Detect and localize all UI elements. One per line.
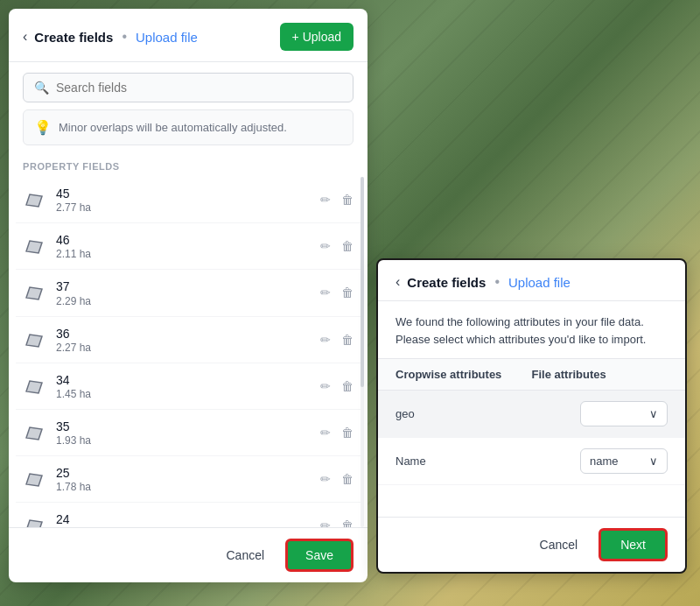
field-info: 37 2.29 ha (56, 278, 320, 307)
left-panel-subtitle: Upload file (136, 30, 198, 45)
search-container: 🔍 (9, 62, 368, 109)
field-list-item: 34 1.45 ha ✏ 🗑 (16, 363, 360, 410)
field-list-item: 37 2.29 ha ✏ 🗑 (16, 270, 360, 316)
section-label: PROPERTY FIELDS (9, 152, 368, 177)
field-name: 35 (56, 419, 320, 434)
attr-cropwise-name: Name (396, 454, 532, 468)
edit-icon[interactable]: ✏ (320, 333, 331, 347)
field-shape-icon (23, 513, 47, 527)
scrollbar-track[interactable] (360, 177, 364, 527)
delete-icon[interactable]: 🗑 (341, 426, 354, 440)
edit-icon[interactable]: ✏ (320, 239, 331, 253)
delete-icon[interactable]: 🗑 (341, 379, 354, 393)
attribute-row-name: Name name ∨ (378, 438, 685, 485)
field-size: 1.93 ha (56, 434, 320, 447)
field-list-item: 25 1.78 ha ✏ 🗑 (16, 456, 360, 503)
delete-icon[interactable]: 🗑 (341, 333, 354, 347)
field-shape-icon (23, 328, 47, 352)
next-button[interactable]: Next (598, 528, 668, 561)
delete-icon[interactable]: 🗑 (341, 193, 354, 207)
delete-icon[interactable]: 🗑 (341, 239, 354, 253)
field-actions: ✏ 🗑 (320, 333, 354, 347)
name-dropdown-value: name (590, 454, 619, 468)
field-size: 2.27 ha (56, 342, 320, 354)
notice-icon: 💡 (34, 119, 52, 136)
left-panel-header: ‹ Create fields • Upload file + Upload (9, 9, 368, 62)
field-size: 1.78 ha (56, 481, 320, 493)
upload-button[interactable]: + Upload (280, 23, 354, 51)
notice-box: 💡 Minor overlaps will be automatically a… (23, 109, 354, 145)
right-panel-header: ‹ Create fields • Upload file (378, 260, 685, 301)
field-info: 25 1.78 ha (56, 465, 320, 493)
scrollbar-thumb (360, 177, 364, 387)
svg-marker-1 (26, 241, 42, 253)
edit-icon[interactable]: ✏ (320, 426, 331, 440)
right-panel-subtitle: Upload file (508, 275, 570, 290)
left-panel-separator: • (122, 29, 127, 45)
save-button[interactable]: Save (285, 539, 354, 572)
field-info: 34 1.45 ha (56, 372, 320, 400)
field-info: 36 2.27 ha (56, 326, 320, 354)
field-list-item: 36 2.27 ha ✏ 🗑 (16, 317, 360, 363)
field-shape-icon (23, 420, 47, 445)
field-name: 34 (56, 372, 320, 388)
svg-marker-4 (26, 381, 42, 393)
cropwise-col-header: Cropwise attributes (396, 368, 532, 381)
field-actions: ✏ 🗑 (320, 239, 354, 253)
field-name: 37 (56, 278, 320, 294)
attributes-header-row: Cropwise attributes File attributes (378, 359, 685, 391)
field-name: 46 (56, 232, 320, 248)
name-dropdown[interactable]: name ∨ (580, 448, 668, 474)
left-panel-back-icon[interactable]: ‹ (23, 29, 27, 45)
edit-icon[interactable]: ✏ (320, 472, 331, 486)
name-chevron-icon: ∨ (649, 454, 658, 468)
field-actions: ✏ 🗑 (320, 518, 354, 527)
left-panel-title: Create fields (34, 30, 113, 45)
svg-marker-3 (26, 335, 42, 347)
svg-marker-2 (26, 287, 42, 299)
field-actions: ✏ 🗑 (320, 379, 354, 393)
file-col-header: File attributes (532, 368, 668, 381)
right-panel-description: We found the following attributes in you… (378, 301, 685, 359)
edit-icon[interactable]: ✏ (320, 285, 331, 299)
left-panel: ‹ Create fields • Upload file + Upload 🔍… (9, 9, 368, 582)
delete-icon[interactable]: 🗑 (341, 285, 354, 299)
field-name: 24 (56, 511, 320, 527)
geo-chevron-icon: ∨ (649, 407, 658, 420)
attr-file-name: name ∨ (532, 448, 668, 474)
right-panel-title: Create fields (407, 275, 486, 290)
field-info: 24 1.90 ha (56, 511, 320, 527)
search-box[interactable]: 🔍 (23, 73, 354, 102)
field-size: 2.77 ha (56, 201, 320, 214)
field-shape-icon (23, 280, 47, 305)
field-actions: ✏ 🗑 (320, 472, 354, 486)
attributes-table: Cropwise attributes File attributes geo … (378, 359, 685, 517)
field-size: 2.29 ha (56, 295, 320, 307)
svg-marker-6 (26, 474, 42, 486)
geo-dropdown[interactable]: ∨ (580, 401, 668, 426)
left-panel-title-group: ‹ Create fields • Upload file (23, 29, 198, 45)
edit-icon[interactable]: ✏ (320, 379, 331, 393)
field-shape-icon (23, 234, 47, 258)
notice-text: Minor overlaps will be automatically adj… (59, 121, 287, 134)
right-panel: ‹ Create fields • Upload file We found t… (376, 258, 687, 574)
field-name: 25 (56, 465, 320, 481)
left-cancel-button[interactable]: Cancel (215, 541, 275, 569)
svg-marker-7 (26, 520, 42, 527)
right-panel-back-icon[interactable]: ‹ (396, 274, 400, 290)
field-info: 35 1.93 ha (56, 419, 320, 447)
field-shape-icon (23, 374, 47, 398)
search-input[interactable] (56, 81, 342, 95)
field-info: 45 2.77 ha (56, 186, 320, 214)
field-list-item: 35 1.93 ha ✏ 🗑 (16, 410, 360, 456)
left-panel-footer: Cancel Save (9, 527, 368, 582)
svg-marker-0 (26, 194, 42, 207)
edit-icon[interactable]: ✏ (320, 518, 331, 527)
field-info: 46 2.11 ha (56, 232, 320, 260)
attribute-row-geo: geo ∨ (378, 391, 685, 438)
delete-icon[interactable]: 🗑 (341, 472, 354, 486)
right-cancel-button[interactable]: Cancel (529, 531, 589, 559)
delete-icon[interactable]: 🗑 (341, 518, 354, 527)
field-list-item: 24 1.90 ha ✏ 🗑 (16, 503, 360, 527)
edit-icon[interactable]: ✏ (320, 193, 331, 207)
